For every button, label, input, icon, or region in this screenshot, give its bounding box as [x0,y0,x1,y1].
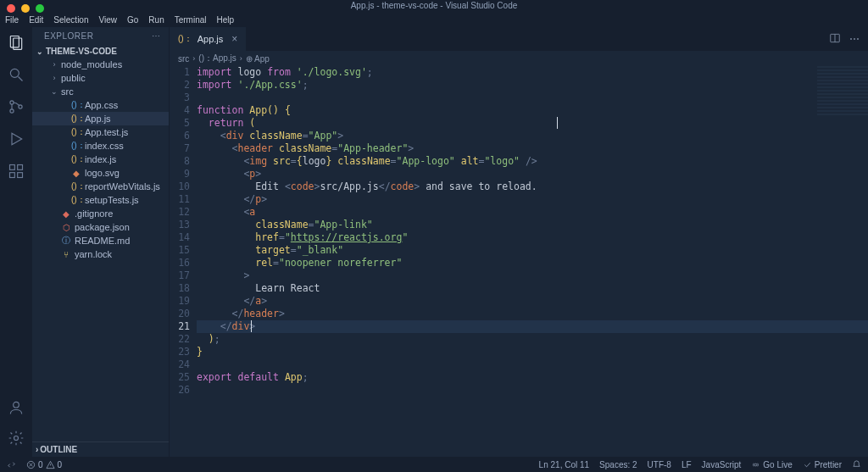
breadcrumb[interactable]: src›()：App.js›⊕ App [170,51,868,66]
code-line[interactable]: export default App; [197,371,868,384]
more-icon[interactable]: ⋯ [152,31,161,41]
code-line[interactable] [197,384,868,397]
language-mode[interactable]: JavaScript [702,460,742,469]
line-numbers: 1234567891011121314151617181920212223242… [170,66,197,457]
menu-selection[interactable]: Selection [53,15,88,25]
js-file-icon: ()： [71,153,81,165]
code-line[interactable]: </a> [197,295,868,308]
code-line[interactable]: <a [197,206,868,219]
file-setuptests-js[interactable]: ()：setupTests.js [32,193,169,207]
more-actions-icon[interactable]: ⋯ [849,33,860,45]
menu-terminal[interactable]: Terminal [175,15,207,25]
file-app-test-js[interactable]: ()：App.test.js [32,125,169,139]
code-line[interactable]: import './App.css'; [197,79,868,92]
editor-actions: ⋯ [829,27,868,51]
code-line[interactable]: <header className="App-header"> [197,142,868,155]
code-line[interactable] [197,358,868,371]
code-line[interactable] [197,92,868,104]
js-file-icon: ()： [71,126,81,138]
file-label: node_modules [61,59,122,69]
git-file-icon: ◆ [61,209,71,219]
file--gitignore[interactable]: ◆.gitignore [32,207,169,220]
eol[interactable]: LF [682,460,692,469]
breadcrumb-segment[interactable]: src [178,54,189,64]
chevron-icon: ⌄ [51,87,58,96]
code-line[interactable]: target="_blank" [197,244,868,257]
code-line[interactable]: <p> [197,168,868,180]
extensions-icon[interactable] [8,163,25,180]
prettier-status[interactable]: Prettier [803,460,842,469]
breadcrumb-segment[interactable]: ()：App.js [198,53,236,64]
file-label: package.json [75,222,130,232]
close-window-button[interactable] [7,4,15,13]
svg-point-4 [10,101,14,104]
code-editor[interactable]: 1234567891011121314151617181920212223242… [170,66,868,457]
text-cursor [557,117,558,129]
file-app-css[interactable]: ()：App.css [32,98,169,112]
split-editor-icon[interactable] [829,32,841,47]
code-line[interactable]: </div> [197,320,868,333]
menu-help[interactable]: Help [217,15,235,25]
menu-view[interactable]: View [99,15,118,25]
folder-public[interactable]: ›public [32,71,169,85]
code-line[interactable]: href="https://reactjs.org" [197,231,868,244]
code-line[interactable]: <img src={logo} className="App-logo" alt… [197,155,868,168]
indentation[interactable]: Spaces: 2 [599,460,637,469]
file-index-js[interactable]: ()：index.js [32,153,169,166]
go-live[interactable]: Go Live [751,460,792,469]
file-label: src [61,86,74,97]
minimize-window-button[interactable] [21,4,30,13]
minimap[interactable] [817,66,868,117]
code-line[interactable]: Edit <code>src/App.js</code> and save to… [197,180,868,193]
explorer-icon[interactable] [8,34,25,51]
code-line[interactable]: <div className="App"> [197,130,868,142]
source-control-icon[interactable] [8,98,25,115]
code-line[interactable]: return ( [197,117,868,130]
code-line[interactable]: } [197,346,868,358]
close-tab-icon[interactable]: × [231,33,237,45]
file-index-css[interactable]: ()：index.css [32,139,169,153]
svg-rect-10 [18,173,23,178]
encoding[interactable]: UTF-8 [648,460,671,469]
breadcrumb-segment[interactable]: ⊕ App [246,54,270,64]
file-yarn-lock[interactable]: ⑂yarn.lock [32,247,169,261]
svg-point-12 [14,402,19,408]
code-line[interactable]: > [197,269,868,282]
search-icon[interactable] [8,66,25,83]
problems-indicator[interactable]: 0 0 [26,460,62,469]
menu-edit[interactable]: Edit [29,15,43,25]
code-content[interactable]: import logo from './logo.svg';import './… [197,66,868,457]
code-line[interactable]: className="App-link" [197,219,868,231]
code-line[interactable]: ); [197,333,868,346]
code-line[interactable]: function App() { [197,104,868,117]
code-line[interactable]: </p> [197,193,868,206]
settings-gear-icon[interactable] [8,430,25,447]
debug-icon[interactable] [8,130,25,147]
js-file-icon: ()： [178,33,192,45]
file-reportwebvitals-js[interactable]: ()：reportWebVitals.js [32,180,169,193]
svg-rect-9 [10,173,15,178]
tab-app-js[interactable]: ()： App.js × [170,27,246,51]
cursor-position[interactable]: Ln 21, Col 11 [539,460,590,469]
code-line[interactable]: Learn React [197,282,868,295]
outline-header[interactable]: › OUTLINE [32,441,169,457]
code-line[interactable]: import logo from './logo.svg'; [197,66,868,79]
code-line[interactable]: rel="noopener noreferrer" [197,257,868,269]
status-bar: 0 0 Ln 21, Col 11 Spaces: 2 UTF-8 LF Jav… [0,457,868,472]
account-icon[interactable] [8,399,25,416]
project-header[interactable]: ⌄ THEME-VS-CODE [32,45,169,58]
svg-marker-7 [12,133,22,144]
folder-src[interactable]: ⌄src [32,85,169,98]
menu-go[interactable]: Go [127,15,138,25]
file-logo-svg[interactable]: ◆logo.svg [32,166,169,180]
notifications-icon[interactable] [852,460,861,469]
file-package-json[interactable]: ⬡package.json [32,220,169,234]
remote-indicator[interactable] [7,460,16,469]
folder-node-modules[interactable]: ›node_modules [32,58,169,71]
code-line[interactable]: </header> [197,308,868,320]
file-app-js[interactable]: ()：App.js [32,112,169,125]
menu-file[interactable]: File [5,15,19,25]
maximize-window-button[interactable] [36,4,44,13]
menu-run[interactable]: Run [148,15,164,25]
file-readme-md[interactable]: ⓘREADME.md [32,234,169,247]
